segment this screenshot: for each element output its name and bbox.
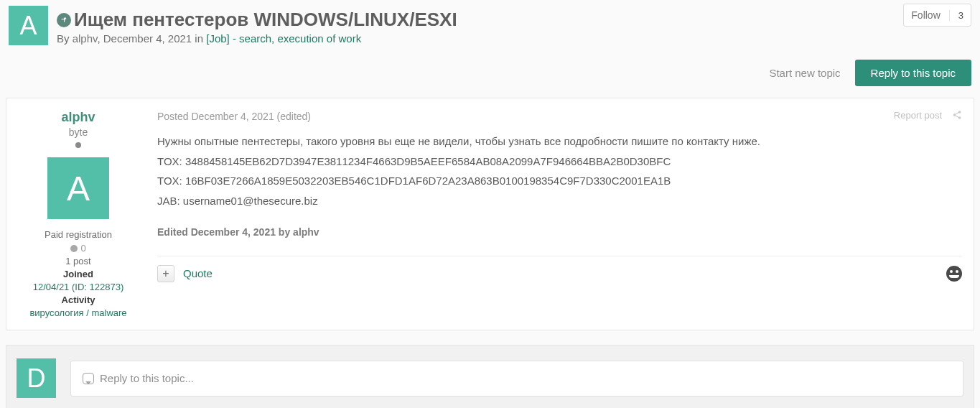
- byline-author-link[interactable]: alphv: [73, 32, 98, 45]
- follow-count: 3: [949, 10, 963, 21]
- topic-header-text: Ищем пентестеров WINDOWS/LINUX/ESXI By a…: [57, 6, 457, 45]
- joined-label: Joined: [63, 269, 93, 279]
- svg-point-0: [953, 113, 956, 116]
- byline-prefix: By: [57, 32, 70, 45]
- share-icon[interactable]: [952, 110, 962, 122]
- follow-label: Follow: [911, 9, 940, 21]
- post-line: Нужны опытные пентестеры, такого уровня …: [157, 132, 962, 151]
- topic-header: A Ищем пентестеров WINDOWS/LINUX/ESXI By…: [0, 0, 980, 60]
- post-line: TOX: 3488458145EB62D7D3947E3811234F4663D…: [157, 152, 962, 171]
- report-post-link[interactable]: Report post: [894, 110, 942, 122]
- edited-note: Edited December 4, 2021 by alphv: [157, 224, 962, 241]
- joined-value-link[interactable]: 12/04/21 (ID: 122873): [33, 282, 123, 292]
- post-count: 1 post: [17, 256, 140, 266]
- comment-icon: [83, 373, 94, 384]
- svg-point-1: [958, 111, 961, 113]
- topic-author-avatar[interactable]: A: [9, 6, 48, 45]
- posted-time[interactable]: Posted December 4, 2021 (edited): [157, 111, 311, 122]
- svg-point-2: [958, 116, 961, 119]
- post: alphv byte A Paid registration 0 1 post …: [6, 98, 974, 330]
- post-author-link[interactable]: alphv: [17, 110, 140, 125]
- post-author-rank: byte: [17, 126, 140, 138]
- paid-reg-label: Paid registration: [17, 229, 140, 240]
- online-status-icon: [75, 142, 81, 148]
- pinned-icon: [57, 13, 71, 27]
- post-author-panel: alphv byte A Paid registration 0 1 post …: [6, 110, 150, 318]
- reply-placeholder: Reply to this topic...: [100, 372, 194, 384]
- topic-actions-row: Start new topic Reply to this topic: [0, 60, 980, 98]
- quote-link[interactable]: Quote: [183, 267, 213, 279]
- current-user-avatar[interactable]: D: [17, 358, 56, 398]
- reply-area: D Reply to this topic...: [6, 345, 974, 408]
- reaction-icon[interactable]: [946, 266, 962, 282]
- post-line: TOX: 16BF03E7266A1859E5032203EB546C1DFD1…: [157, 172, 962, 190]
- byline-in: in: [195, 32, 203, 45]
- reputation-value: 0: [80, 243, 85, 254]
- multiquote-button[interactable]: +: [157, 265, 174, 282]
- reply-input[interactable]: Reply to this topic...: [70, 361, 963, 397]
- post-body: Нужны опытные пентестеры, такого уровня …: [157, 132, 962, 256]
- byline-date-link[interactable]: December 4, 2021: [103, 32, 192, 45]
- posted-date: December 4, 2021: [191, 111, 274, 122]
- activity-label: Activity: [62, 295, 95, 305]
- topic-byline: By alphv, December 4, 2021 in [Job] - se…: [57, 32, 457, 45]
- reputation-icon: [70, 245, 78, 252]
- post-meta-top: Posted December 4, 2021 (edited) Report …: [157, 110, 962, 122]
- post-main: Posted December 4, 2021 (edited) Report …: [150, 110, 969, 318]
- byline-forum-link[interactable]: [Job] - search, execution of work: [206, 32, 361, 45]
- topic-title-row: Ищем пентестеров WINDOWS/LINUX/ESXI: [57, 9, 457, 31]
- activity-value-link[interactable]: вирусология / malware: [29, 307, 126, 318]
- post-line: JAB: username01@thesecure.biz: [157, 192, 962, 210]
- reputation-row: 0: [17, 243, 140, 254]
- follow-button[interactable]: Follow 3: [903, 4, 971, 27]
- topic-title: Ищем пентестеров WINDOWS/LINUX/ESXI: [74, 9, 457, 31]
- post-author-avatar[interactable]: A: [47, 157, 109, 219]
- start-new-topic-link[interactable]: Start new topic: [769, 67, 840, 79]
- posted-prefix: Posted: [157, 111, 191, 122]
- reply-to-topic-button[interactable]: Reply to this topic: [855, 60, 971, 86]
- post-footer: + Quote: [157, 265, 962, 282]
- posted-edited-suffix: (edited): [274, 111, 311, 122]
- byline-sep: ,: [97, 32, 100, 45]
